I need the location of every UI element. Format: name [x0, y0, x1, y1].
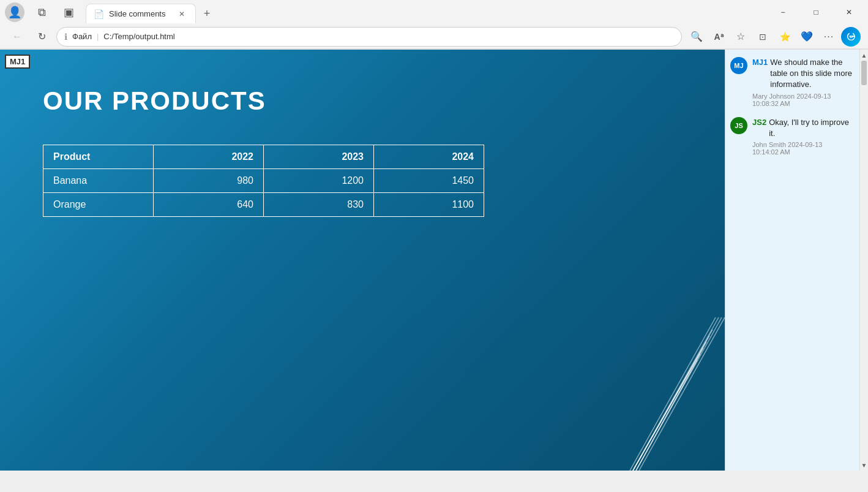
table-header-2024: 2024	[374, 145, 484, 169]
window-controls: − □ ✕	[769, 2, 863, 22]
favorites-button[interactable]: ☆	[731, 27, 750, 47]
table-header-row: Product 2022 2023 2024	[43, 145, 484, 169]
close-button[interactable]: ✕	[835, 2, 863, 22]
banana-2022: 980	[154, 169, 264, 193]
collections-icon[interactable]: ⧉	[32, 2, 51, 22]
orange-2022: 640	[154, 193, 264, 217]
split-screen-button[interactable]: ⊡	[753, 27, 773, 47]
comment-meta-mj1: Mary Johnson 2024-09-13 10:08:32 AM	[752, 93, 855, 107]
nav-bar: ← ↻ ℹ Файл | C:/Temp/output.html 🔍 Aᵃ ☆ …	[0, 25, 868, 49]
svg-line-0	[639, 317, 725, 471]
tab-close-button[interactable]: ✕	[176, 8, 188, 20]
table-header-2022: 2022	[154, 145, 264, 169]
product-name-orange: Orange	[43, 193, 154, 217]
comment-id-mj1: MJ1	[752, 58, 768, 67]
search-button[interactable]: 🔍	[687, 27, 706, 47]
table-header-2023: 2023	[264, 145, 374, 169]
sidebar-toggle-icon[interactable]: ▣	[59, 2, 78, 22]
mj1-marker: MJ1	[5, 55, 30, 69]
svg-line-3	[630, 317, 716, 471]
tab-label: Slide comments	[109, 9, 171, 18]
profile-icon[interactable]: 👤	[5, 2, 24, 22]
scroll-down-button[interactable]: ▼	[860, 460, 869, 471]
avatar-mj1: MJ	[730, 57, 747, 74]
product-table: Product 2022 2023 2024 Banana 980 1200 1…	[43, 145, 484, 217]
address-bar[interactable]: ℹ Файл | C:/Temp/output.html	[56, 27, 682, 47]
nav-tools: 🔍 Aᵃ ☆ ⊡ ⭐ 💙 ···	[687, 27, 861, 47]
comment-entry-js2: JS JS2 Okay, I'll try to improve it. Joh…	[730, 117, 855, 156]
svg-line-7	[633, 348, 703, 471]
comment-id-js2: JS2	[752, 118, 766, 127]
refresh-button[interactable]: ↻	[32, 27, 51, 47]
comment-text-mj1: We should make the table on this slide m…	[770, 57, 855, 91]
svg-line-9	[636, 360, 697, 471]
tab-bar: 📄 Slide comments ✕ +	[86, 1, 761, 23]
scrollbar[interactable]: ▲ ▼	[859, 50, 868, 471]
more-button[interactable]: ···	[819, 27, 839, 47]
table-row: Banana 980 1200 1450	[43, 169, 484, 193]
active-tab[interactable]: 📄 Slide comments ✕	[86, 4, 196, 23]
separator: |	[97, 32, 99, 41]
edge-icon	[841, 27, 861, 47]
comment-text-js2: Okay, I'll try to improve it.	[769, 117, 855, 139]
orange-2023: 830	[264, 193, 374, 217]
browser-chrome: 👤 ⧉ ▣ 📄 Slide comments ✕ + − □ ✕ ← ↻ ℹ Ф…	[0, 0, 868, 50]
health-icon[interactable]: 💙	[797, 27, 817, 47]
title-bar: 👤 ⧉ ▣ 📄 Slide comments ✕ + − □ ✕	[0, 0, 868, 25]
tab-icon: 📄	[94, 9, 104, 19]
slide-area: MJ1 OUR PRODUCTS Product 2022 2023 2024 …	[0, 50, 725, 471]
comment-body-mj1: MJ1 We should make the table on this sli…	[752, 57, 855, 107]
product-name-banana: Banana	[43, 169, 154, 193]
reader-mode-button[interactable]: Aᵃ	[709, 27, 728, 47]
table-row: Orange 640 830 1100	[43, 193, 484, 217]
info-icon: ℹ	[64, 32, 67, 42]
comments-panel: MJ MJ1 We should make the table on this …	[725, 50, 859, 471]
url-text: C:/Temp/output.html	[103, 32, 174, 41]
minimize-button[interactable]: −	[769, 2, 797, 22]
avatar-js2: JS	[730, 117, 747, 134]
comment-entry-mj1: MJ MJ1 We should make the table on this …	[730, 57, 855, 107]
maximize-button[interactable]: □	[802, 2, 830, 22]
file-label: Файл	[72, 32, 92, 41]
content-area: MJ1 OUR PRODUCTS Product 2022 2023 2024 …	[0, 50, 868, 471]
slide-title: OUR PRODUCTS	[43, 86, 266, 116]
scroll-up-button[interactable]: ▲	[860, 50, 869, 61]
collections-button[interactable]: ⭐	[775, 27, 795, 47]
table-header-product: Product	[43, 145, 154, 169]
comment-meta-js2: John Smith 2024-09-13 10:14:02 AM	[752, 141, 855, 156]
banana-2024: 1450	[374, 169, 484, 193]
scroll-thumb[interactable]	[861, 61, 867, 85]
product-table-container: Product 2022 2023 2024 Banana 980 1200 1…	[43, 145, 484, 217]
scroll-track[interactable]	[860, 61, 868, 460]
comment-body-js2: JS2 Okay, I'll try to improve it. John S…	[752, 117, 855, 156]
back-button[interactable]: ←	[7, 27, 27, 47]
decorative-lines	[602, 256, 725, 471]
banana-2023: 1200	[264, 169, 374, 193]
orange-2024: 1100	[374, 193, 484, 217]
new-tab-button[interactable]: +	[197, 4, 217, 23]
